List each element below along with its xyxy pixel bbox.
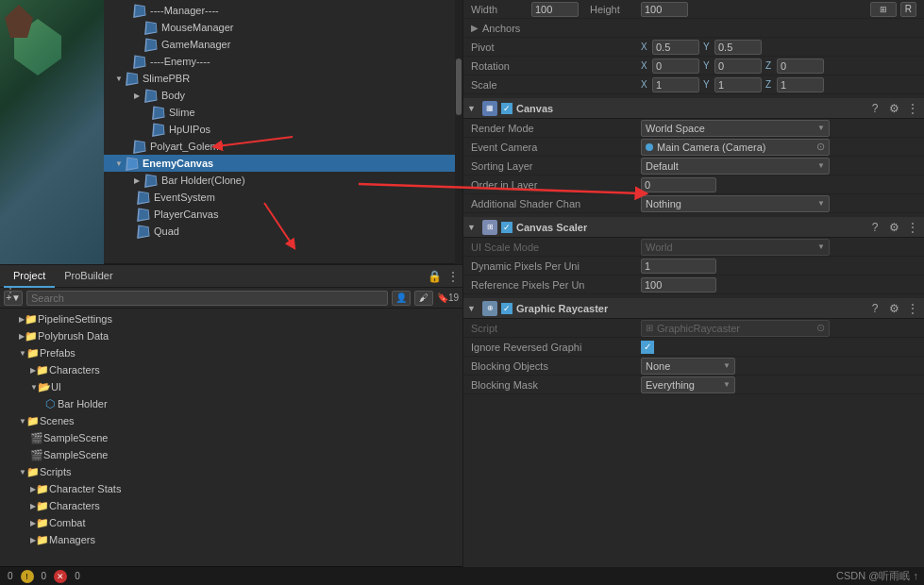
blocking-mask-dropdown[interactable]: Everything ▼ — [641, 376, 735, 393]
blocking-objects-dropdown[interactable]: None ▼ — [641, 358, 735, 375]
project-item-samplescene2[interactable]: 🎬 SampleScene — [0, 446, 462, 463]
hierarchy-item[interactable]: ▼ SlimePBR — [104, 70, 455, 87]
render-mode-label: Render Mode — [471, 123, 641, 134]
cube-icon — [138, 225, 151, 238]
graphic-raycaster-more-button[interactable]: ⋮ — [905, 301, 920, 316]
event-camera-dropdown[interactable]: Main Camera (Camera) ⊙ — [641, 139, 830, 156]
expand-arrow: ▶ — [134, 176, 145, 185]
render-mode-row: Render Mode World Space ▼ — [463, 119, 924, 138]
event-camera-value: Main Camera (Camera) ⊙ — [641, 139, 916, 156]
pivot-y-input[interactable] — [714, 40, 762, 55]
y-label: Y — [703, 60, 713, 71]
graphic-raycaster-settings-button[interactable]: ⚙ — [886, 301, 901, 316]
order-in-layer-input[interactable] — [641, 177, 716, 192]
more-icon[interactable]: ⋮ — [447, 270, 459, 283]
pivot-x-input[interactable] — [652, 40, 699, 55]
project-folder-characters2[interactable]: ▶ 📁 Characters — [0, 497, 462, 514]
hierarchy-scrollbar[interactable] — [455, 0, 462, 264]
canvas-enabled-checkbox[interactable]: ✓ — [501, 103, 512, 114]
width-label: Width — [471, 4, 528, 15]
canvas-expand-arrow[interactable]: ▼ — [467, 104, 479, 113]
lock-icon[interactable]: 🔒 — [428, 270, 442, 283]
graphic-raycaster-expand-arrow[interactable]: ▼ — [467, 304, 479, 313]
tab-probuilder[interactable]: ProBuilder — [55, 265, 122, 288]
canvas-settings-button[interactable]: ⚙ — [886, 101, 901, 116]
project-folder-prefabs[interactable]: ▼ 📁 Prefabs — [0, 344, 462, 361]
rot-z-input[interactable] — [777, 58, 824, 74]
project-search-input[interactable] — [26, 291, 388, 306]
canvas-component-icon: ▦ — [482, 101, 497, 116]
additional-shader-dropdown[interactable]: Nothing ▼ — [641, 195, 830, 212]
hierarchy-item[interactable]: MouseManager — [104, 19, 455, 36]
blocking-objects-value: None ▼ — [641, 358, 916, 375]
resize-handle[interactable]: ⋮ — [4, 285, 17, 300]
graphic-raycaster-checkbox[interactable]: ✓ — [501, 303, 512, 314]
project-folder-characters[interactable]: ▶ 📁 Characters — [0, 361, 462, 378]
project-folder-scripts[interactable]: ▼ 📁 Scripts — [0, 463, 462, 480]
ui-scale-mode-dropdown[interactable]: World ▼ — [641, 239, 830, 256]
hierarchy-item[interactable]: ----Manager---- — [104, 2, 455, 19]
brush-icon-btn[interactable]: 🖌 — [414, 291, 433, 306]
project-folder-ui[interactable]: ▼ 📂 UI — [0, 378, 462, 395]
project-folder-managers[interactable]: ▶ 📁 Managers — [0, 531, 462, 548]
hierarchy-item[interactable]: ▶ Body — [104, 87, 455, 104]
project-folder-characterstats[interactable]: ▶ 📁 Character Stats — [0, 480, 462, 497]
project-item-barholder[interactable]: ⬡ Bar Holder — [0, 395, 462, 412]
rect-icon-button[interactable]: ⊞ — [870, 2, 897, 17]
width-input[interactable] — [531, 2, 579, 17]
rot-x-input[interactable] — [652, 58, 699, 74]
graphic-raycaster-help-button[interactable]: ? — [867, 301, 882, 316]
project-item-samplescene1[interactable]: 🎬 SampleScene — [0, 429, 462, 446]
project-folder-polybrush[interactable]: ▶ 📁 Polybrush Data — [0, 327, 462, 344]
blocking-objects-row: Blocking Objects None ▼ — [463, 357, 924, 376]
folder-icon: 📁 — [36, 483, 49, 495]
project-folder-scenes[interactable]: ▼ 📁 Scenes — [0, 412, 462, 429]
canvas-scaler-expand-arrow[interactable]: ▼ — [467, 223, 479, 232]
hierarchy-item-enemy-canvas[interactable]: ▼ EnemyCanvas — [104, 155, 455, 172]
canvas-scaler-help-button[interactable]: ? — [867, 220, 882, 235]
sorting-layer-dropdown[interactable]: Default ▼ — [641, 158, 830, 175]
ignore-reversed-checkbox[interactable]: ✓ — [641, 341, 654, 354]
hierarchy-item[interactable]: HpUIPos — [104, 121, 455, 138]
tab-project[interactable]: Project — [4, 265, 55, 288]
rot-y-input[interactable] — [714, 58, 762, 74]
hierarchy-item[interactable]: EventSystem — [104, 189, 455, 206]
script-dropdown[interactable]: ⊞ GraphicRaycaster ⊙ — [641, 320, 830, 337]
canvas-section-header: ▼ ▦ ✓ Canvas ? ⚙ ⋮ — [463, 98, 924, 119]
target-icon: ⊙ — [816, 141, 825, 153]
person-icon-btn[interactable]: 👤 — [392, 291, 411, 306]
pivot-y-group: Y — [703, 40, 762, 55]
cube-icon — [145, 38, 159, 51]
hierarchy-item[interactable]: ▶ Bar Holder(Clone) — [104, 172, 455, 189]
reference-pixels-input[interactable] — [641, 277, 716, 292]
project-folder-pipelinesettings[interactable]: ▶ 📁 PipelineSettings — [0, 310, 462, 327]
expand-arrow: ▶ — [134, 92, 145, 100]
canvas-scaler-checkbox[interactable]: ✓ — [501, 222, 512, 233]
canvas-scaler-settings-button[interactable]: ⚙ — [886, 220, 901, 235]
render-mode-dropdown[interactable]: World Space ▼ — [641, 120, 830, 137]
hierarchy-item[interactable]: Slime — [104, 104, 455, 121]
height-input[interactable] — [641, 2, 688, 17]
hierarchy-item[interactable]: GameManager — [104, 36, 455, 53]
hierarchy-item[interactable]: PlayerCanvas — [104, 206, 455, 223]
canvas-help-button[interactable]: ? — [867, 101, 882, 116]
project-folder-combat[interactable]: ▶ 📁 Combat — [0, 514, 462, 531]
scale-z-input[interactable] — [777, 77, 824, 92]
hierarchy-item[interactable]: Polyart_Golem — [104, 138, 455, 155]
anchors-expand[interactable]: ▶ — [471, 23, 482, 33]
x-label: X — [641, 60, 650, 71]
canvas-scaler-more-button[interactable]: ⋮ — [905, 220, 920, 235]
scale-y-input[interactable] — [714, 77, 762, 92]
status-zero: 0 — [8, 571, 13, 581]
canvas-more-button[interactable]: ⋮ — [905, 101, 920, 116]
hierarchy-item[interactable]: ----Enemy---- — [104, 53, 455, 70]
rect-transform-size-row: Width Height ⊞ R — [463, 0, 924, 19]
pivot-value: X Y — [641, 40, 916, 55]
y-label: Y — [703, 42, 713, 52]
hierarchy-item[interactable]: Quad — [104, 223, 455, 240]
expand-arrow: ▼ — [115, 159, 126, 168]
scale-x-input[interactable] — [652, 77, 699, 92]
dynamic-pixels-input[interactable] — [641, 259, 716, 274]
project-tree: ▶ 📁 PipelineSettings ▶ 📁 Polybrush Data … — [0, 309, 462, 566]
camera-dot — [646, 143, 653, 151]
